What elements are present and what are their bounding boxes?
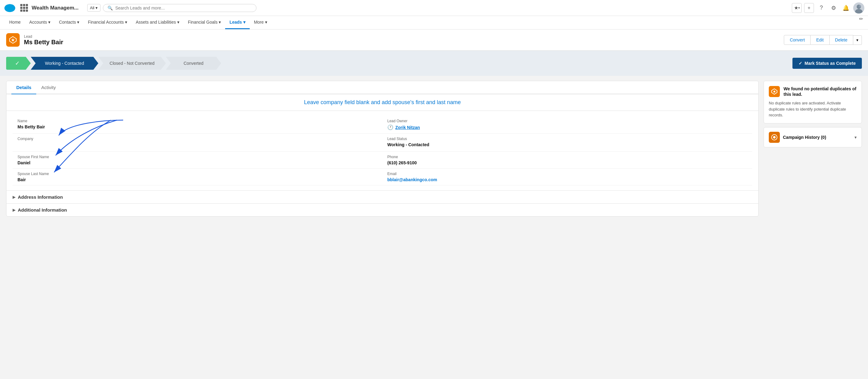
- svg-text:★: ★: [11, 38, 15, 42]
- nav-item-label: Accounts: [29, 20, 47, 25]
- delete-button[interactable]: Delete: [830, 35, 853, 45]
- field-spouse-last-value: Bair: [18, 177, 377, 182]
- salesforce-logo[interactable]: [4, 1, 16, 14]
- chevron-right-icon: ▶: [12, 195, 16, 199]
- field-spouse-first-label: Spouse First Name: [18, 155, 377, 159]
- nav-item-label: Assets and Liabilities: [136, 20, 176, 25]
- svg-point-3: [7, 4, 12, 8]
- nav-item-accounts[interactable]: Accounts ▾: [25, 16, 55, 29]
- duplicate-icon: ★: [769, 86, 780, 97]
- nav-icons: ★ ▾ + ? ⚙ 🔔: [792, 2, 864, 13]
- field-lead-status-label: Lead Status: [387, 137, 747, 141]
- tab-details-label: Details: [16, 85, 31, 90]
- search-type-dropdown[interactable]: All ▾: [87, 4, 100, 12]
- tab-activity[interactable]: Activity: [36, 81, 61, 94]
- mark-status-complete-button[interactable]: ✓ Mark Status as Complete: [793, 58, 862, 69]
- notifications-button[interactable]: 🔔: [841, 3, 851, 13]
- duplicate-card-text: No duplicate rules are activated. Activa…: [769, 100, 857, 118]
- chevron-down-icon: ▾: [219, 20, 221, 25]
- chevron-down-icon: ▾: [95, 5, 98, 10]
- chevron-down-icon: ▾: [855, 135, 857, 140]
- nav-item-financial-goals[interactable]: Financial Goals ▾: [184, 16, 225, 29]
- nav-item-label: Contacts: [59, 20, 76, 25]
- lead-name: Ms Betty Bair: [24, 39, 63, 46]
- tab-activity-label: Activity: [41, 85, 56, 90]
- user-avatar[interactable]: [853, 2, 864, 13]
- nav-item-home[interactable]: Home: [5, 16, 25, 29]
- campaign-header[interactable]: Campaign History (0) ▾: [764, 127, 862, 147]
- chevron-down-icon: ▾: [77, 20, 79, 25]
- instructions-banner: Leave company field blank and add spouse…: [6, 94, 758, 111]
- app-name: Wealth Managem...: [32, 5, 79, 11]
- field-name-value: Ms Betty Bair: [18, 124, 377, 129]
- right-panel: ★ We found no potential duplicates of th…: [764, 81, 862, 148]
- field-spouse-last-name: Spouse Last Name Bair ✏: [12, 169, 382, 186]
- main-content: Details Activity Leave company field bla…: [0, 76, 868, 221]
- status-step-closed-not-converted[interactable]: Closed - Not Converted: [98, 57, 166, 70]
- status-step-working-contacted[interactable]: Working - Contacted: [31, 57, 98, 70]
- nav-item-leads[interactable]: Leads ▾: [225, 16, 249, 29]
- campaign-header-left: Campaign History (0): [769, 132, 826, 143]
- details-grid: Name Ms Betty Bair ✏ Lead Owner 🕐 Zorik …: [6, 111, 758, 190]
- chevron-right-icon: ▶: [12, 208, 16, 212]
- app-grid-icon[interactable]: [20, 4, 28, 12]
- search-icon: 🔍: [107, 5, 113, 10]
- status-step-label: Working - Contacted: [45, 61, 84, 66]
- field-lead-status: Lead Status Working - Contacted ✏: [382, 134, 752, 152]
- status-step-converted[interactable]: Converted: [166, 57, 221, 70]
- lead-label: Lead: [24, 34, 63, 39]
- field-name-label: Name: [18, 119, 377, 123]
- additional-information-section[interactable]: ▶ Additional Information: [6, 203, 758, 216]
- search-bar: 🔍: [103, 4, 256, 12]
- convert-button[interactable]: Convert: [784, 35, 811, 45]
- add-button[interactable]: +: [804, 3, 814, 13]
- checkmark-icon: ✓: [15, 60, 20, 67]
- lead-actions: Convert Edit Delete ▾: [784, 35, 862, 45]
- field-email-value[interactable]: bblair@abankingco.com: [387, 177, 747, 182]
- help-button[interactable]: ?: [816, 3, 826, 13]
- status-step-completed[interactable]: ✓: [6, 57, 31, 70]
- tab-details[interactable]: Details: [11, 81, 36, 94]
- duplicate-card-header: ★ We found no potential duplicates of th…: [769, 86, 857, 97]
- nav-item-label: More: [254, 20, 264, 25]
- nav-item-contacts[interactable]: Contacts ▾: [55, 16, 84, 29]
- nav-item-financial-accounts[interactable]: Financial Accounts ▾: [84, 16, 131, 29]
- field-name: Name Ms Betty Bair ✏: [12, 116, 382, 134]
- svg-point-7: [859, 5, 861, 7]
- help-icon: ?: [820, 5, 823, 11]
- address-information-section[interactable]: ▶ Address Information: [6, 190, 758, 203]
- mark-complete-label: Mark Status as Complete: [805, 61, 856, 66]
- user-icon: 🕐: [387, 124, 394, 130]
- nav-item-more[interactable]: More ▾: [250, 16, 272, 29]
- gear-icon: ⚙: [831, 5, 836, 11]
- status-bar-container: ✓ Working - Contacted Closed - Not Conve…: [0, 51, 868, 76]
- svg-text:★: ★: [773, 90, 776, 93]
- favorites-button[interactable]: ★ ▾: [792, 3, 802, 13]
- field-lead-owner-label: Lead Owner: [387, 119, 747, 123]
- nav-item-assets[interactable]: Assets and Liabilities ▾: [131, 16, 184, 29]
- chevron-down-icon: ▾: [798, 6, 800, 9]
- chevron-down-icon: ▾: [243, 20, 245, 25]
- field-phone-label: Phone: [387, 155, 747, 159]
- field-lead-owner-value-container: 🕐 Zorik Nitzan: [387, 124, 747, 130]
- field-company: Company ✏: [12, 134, 382, 152]
- lead-record-icon: ★: [6, 33, 20, 47]
- nav-item-label: Leads: [229, 20, 242, 25]
- field-lead-status-value: Working - Contacted: [387, 142, 747, 147]
- app-navigation: Home Accounts ▾ Contacts ▾ Financial Acc…: [0, 16, 868, 30]
- field-spouse-first-name: Spouse First Name Daniel ✏: [12, 152, 382, 169]
- search-input[interactable]: [115, 5, 252, 10]
- nav-edit-icon[interactable]: ✏: [859, 16, 863, 29]
- edit-button[interactable]: Edit: [811, 35, 829, 45]
- nav-item-label: Home: [9, 20, 21, 25]
- detail-tabs: Details Activity: [6, 81, 758, 94]
- details-wrapper: Name Ms Betty Bair ✏ Lead Owner 🕐 Zorik …: [6, 111, 758, 190]
- field-spouse-last-label: Spouse Last Name: [18, 172, 377, 176]
- lead-header-left: ★ Lead Ms Betty Bair: [6, 33, 63, 47]
- settings-button[interactable]: ⚙: [829, 3, 838, 13]
- field-lead-owner-link[interactable]: Zorik Nitzan: [395, 125, 420, 130]
- lead-header: ★ Lead Ms Betty Bair Convert Edit Delete…: [0, 30, 868, 51]
- actions-dropdown-button[interactable]: ▾: [853, 35, 862, 45]
- campaign-title: Campaign History (0): [783, 135, 826, 140]
- campaign-icon: [769, 132, 780, 143]
